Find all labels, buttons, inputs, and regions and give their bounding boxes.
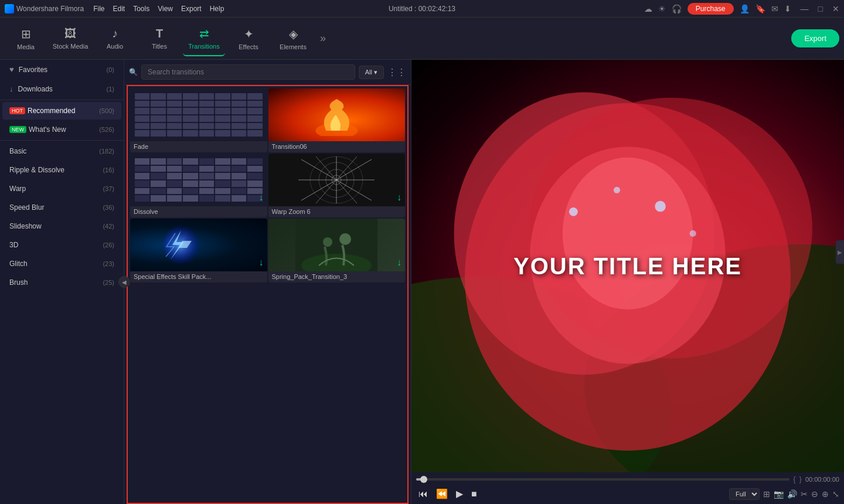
current-timecode: 00:00:00:00 — [805, 476, 839, 483]
bookmark-icon[interactable]: 🔖 — [755, 4, 765, 13]
fullscreen-icon[interactable]: ⤡ — [832, 489, 839, 499]
effects-label: Effects — [239, 43, 258, 50]
sidebar-item-downloads[interactable]: ↓ Downloads (1) — [2, 80, 121, 98]
menu-help[interactable]: Help — [210, 5, 224, 13]
snapshot-icon[interactable]: 📷 — [774, 489, 784, 499]
sidebar-item-whats-new[interactable]: NEW What's New (526) — [2, 121, 121, 138]
toolbar-titles[interactable]: T Titles — [138, 21, 181, 56]
minimize-button[interactable]: — — [801, 4, 809, 13]
hot-badge: HOT — [9, 107, 25, 114]
heart-icon: ♥ — [9, 65, 14, 74]
play-backward-button[interactable]: ⏪ — [434, 487, 450, 500]
collapse-panel-button[interactable]: ◀ — [118, 276, 130, 288]
basic-label: Basic — [9, 147, 99, 155]
downloads-count: (1) — [107, 86, 114, 93]
special-effects-label: Special Effects Skill Pack... — [130, 271, 267, 282]
save-icon[interactable]: ⬇ — [784, 4, 791, 13]
sidebar-item-speed-blur[interactable]: Speed Blur (36) — [2, 199, 121, 216]
search-input[interactable] — [141, 64, 355, 80]
transition-special-effects[interactable]: ↓ Special Effects Skill Pack... — [130, 219, 267, 282]
transition-06[interactable]: Transition06 — [268, 88, 406, 152]
toolbar-transitions[interactable]: ⇄ Transitions — [183, 21, 225, 56]
zoom-in-preview-icon[interactable]: ⊕ — [822, 489, 829, 499]
slideshow-count: (42) — [103, 223, 114, 230]
sidebar-item-favorites[interactable]: ♥ Favorites (0) — [2, 60, 121, 79]
add-to-timeline-icon[interactable]: ⊞ — [763, 489, 770, 499]
sidebar-item-ripple[interactable]: Ripple & Dissolve (16) — [2, 161, 121, 179]
headset-icon[interactable]: 🎧 — [672, 4, 682, 13]
warp-zoom-label: Warp Zoom 6 — [268, 206, 406, 217]
menu-view[interactable]: View — [158, 5, 173, 13]
sidebar-item-brush[interactable]: Brush (25) — [2, 274, 121, 291]
sun-icon[interactable]: ☀ — [658, 4, 666, 13]
volume-icon[interactable]: 🔊 — [787, 489, 797, 499]
audio-label: Audio — [107, 43, 123, 50]
close-button[interactable]: ✕ — [832, 4, 839, 13]
toolbar-audio[interactable]: ♪ Audio — [94, 21, 136, 56]
user-icon[interactable]: 👤 — [740, 4, 750, 13]
download-icon: ↓ — [9, 84, 13, 93]
transition-warp-zoom[interactable]: ↓ Warp Zoom 6 — [268, 154, 406, 217]
app-name: Wondershare Filmora — [16, 5, 84, 13]
glitch-label: Glitch — [9, 260, 103, 268]
title-right-controls: ☁ ☀ 🎧 Purchase 👤 🔖 ✉ ⬇ — □ ✕ — [644, 3, 839, 15]
sidebar-divider — [0, 100, 124, 100]
preview-controls: { } 00:00:00:00 ⏮ ⏪ ▶ ■ Full ⊞ 📷 🔊 ✂ ⊖ ⊕ — [411, 472, 844, 504]
transitions-grid: Fade Transition06 — [128, 86, 407, 285]
zoom-out-preview-icon[interactable]: ⊖ — [811, 489, 818, 499]
transition-dissolve[interactable]: ↓ Dissolve — [130, 154, 267, 217]
title-bar: Wondershare Filmora File Edit Tools View… — [0, 0, 844, 18]
stop-button[interactable]: ■ — [469, 488, 479, 500]
export-button[interactable]: Export — [791, 29, 839, 47]
audio-icon: ♪ — [112, 27, 118, 40]
maximize-button[interactable]: □ — [818, 4, 823, 13]
side-expand-tab[interactable]: ▶ — [836, 240, 844, 264]
sidebar-item-recommended[interactable]: HOT Recommended (500) — [2, 102, 121, 120]
elements-label: Elements — [280, 43, 307, 50]
transitions-grid-container: Fade Transition06 — [127, 85, 409, 504]
quality-select[interactable]: Full — [729, 488, 760, 500]
toolbar-stock-media[interactable]: 🖼 Stock Media — [49, 21, 91, 56]
preview-title-overlay: YOUR TITLE HERE — [513, 253, 742, 280]
sidebar-item-glitch[interactable]: Glitch (23) — [2, 255, 121, 273]
rewind-to-start-button[interactable]: ⏮ — [416, 488, 430, 500]
center-panel: ◀ 🔍 All ▾ ⋮⋮ — [124, 60, 411, 504]
menu-edit[interactable]: Edit — [113, 5, 125, 13]
warp-zoom-thumbnail: ↓ — [268, 154, 406, 206]
purchase-button[interactable]: Purchase — [688, 3, 734, 15]
sidebar-divider-2 — [0, 140, 124, 141]
progress-bar[interactable] — [416, 478, 789, 481]
sidebar-item-warp[interactable]: Warp (37) — [2, 180, 121, 197]
transitions-icon: ⇄ — [199, 26, 209, 40]
search-icon: 🔍 — [129, 68, 138, 76]
out-point-button[interactable]: } — [799, 475, 802, 483]
mail-icon[interactable]: ✉ — [771, 4, 778, 13]
menu-file[interactable]: File — [93, 5, 104, 13]
sidebar-item-slideshow[interactable]: Slideshow (42) — [2, 217, 121, 235]
toolbar-effects[interactable]: ✦ Effects — [227, 21, 270, 56]
trim-icon[interactable]: ✂ — [801, 489, 808, 499]
play-button[interactable]: ▶ — [454, 487, 465, 500]
filter-chevron-icon: ▾ — [374, 69, 377, 76]
progress-handle[interactable] — [420, 476, 427, 483]
transition-spring-pack[interactable]: ↓ Spring_Pack_Transition_3 — [268, 219, 406, 282]
toolbar-elements[interactable]: ◈ Elements — [272, 21, 314, 56]
cloud-icon[interactable]: ☁ — [644, 4, 652, 13]
sidebar-item-3d[interactable]: 3D (26) — [2, 236, 121, 254]
menu-export[interactable]: Export — [181, 5, 202, 13]
dissolve-thumbnail: ↓ — [130, 154, 267, 206]
left-panel: ♥ Favorites (0) ↓ Downloads (1) HOT Reco… — [0, 60, 124, 504]
transition-fade[interactable]: Fade — [130, 88, 267, 152]
dissolve-label: Dissolve — [130, 206, 267, 217]
filter-button[interactable]: All ▾ — [359, 66, 384, 79]
in-point-button[interactable]: { — [793, 475, 795, 483]
warp-count: (37) — [103, 185, 114, 192]
svg-point-21 — [323, 237, 332, 247]
toolbar-media[interactable]: ⊞ Media — [5, 21, 47, 56]
elements-icon: ◈ — [289, 27, 298, 41]
sidebar-item-basic[interactable]: Basic (182) — [2, 142, 121, 160]
menu-tools[interactable]: Tools — [133, 5, 149, 13]
stock-media-label: Stock Media — [53, 43, 89, 50]
toolbar-more-button[interactable]: » — [316, 30, 329, 47]
grid-view-button[interactable]: ⋮⋮ — [387, 67, 406, 78]
